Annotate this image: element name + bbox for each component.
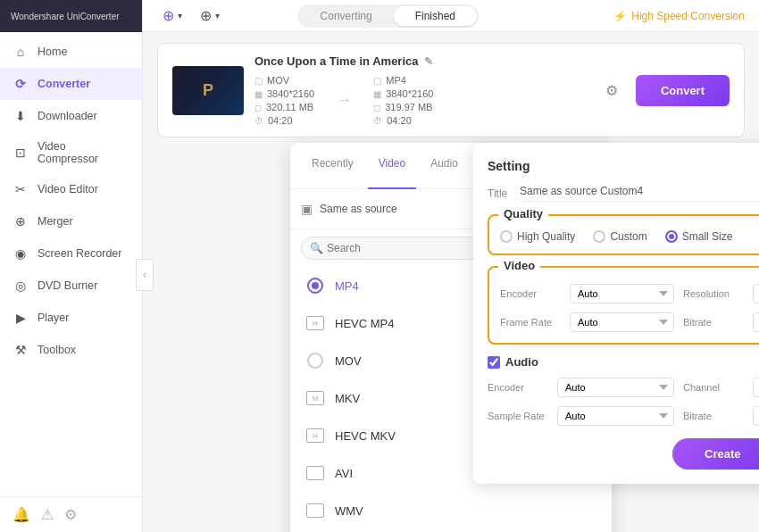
format-label-mp4: MP4: [335, 279, 359, 293]
edit-title-icon[interactable]: ✎: [424, 55, 433, 68]
app-title: Wondershare UniConverter: [11, 12, 120, 21]
video-section-label: Video: [498, 259, 540, 272]
audio-checkbox[interactable]: [488, 356, 500, 369]
audio-header: Audio: [488, 355, 759, 369]
encoder-select[interactable]: Auto: [570, 284, 674, 303]
format-label-avi: AVI: [335, 467, 353, 480]
thumb-logo: P: [203, 81, 213, 100]
target-size: 319.97 MB: [385, 102, 432, 112]
quality-custom-label: Custom: [610, 230, 646, 243]
radio-small: [665, 230, 678, 243]
bitrate-select[interactable]: 512 kbps: [753, 312, 759, 332]
compressor-icon: ⊡: [13, 145, 29, 161]
target-duration: 04:20: [387, 115, 412, 126]
size-icon-dst: ◻: [373, 103, 380, 112]
settings-bottom-icon[interactable]: ⚙: [64, 506, 77, 523]
format-tab-recently[interactable]: Recently: [301, 152, 364, 189]
encoder-label: Encoder: [500, 288, 563, 299]
audio-section-label: Audio: [505, 355, 538, 369]
audio-fields: Encoder Auto Channel Auto Sample Rate Au…: [488, 378, 759, 426]
radio-custom: [593, 230, 605, 243]
sidebar-label-editor: Video Editor: [38, 183, 98, 195]
audio-bitrate-select[interactable]: Auto: [753, 406, 759, 426]
format-icon-dst: ▢: [373, 76, 381, 86]
target-format: MP4: [386, 75, 406, 86]
audio-sample-rate-label: Sample Rate: [488, 411, 550, 421]
file-settings-icon[interactable]: ⚙: [605, 82, 618, 99]
monitor-icon: ▣: [301, 202, 313, 216]
toolbox-icon: ⚒: [13, 342, 29, 358]
quality-small-label: Small Size: [682, 230, 733, 243]
sidebar-item-screen-recorder[interactable]: ◉ Screen Recorder: [0, 237, 142, 270]
encoder-field: Encoder Auto: [500, 284, 674, 303]
file-meta: ▢ MOV ▦ 3840*2160 ◻ 320.11 MB ⏱: [254, 75, 595, 126]
sidebar-collapse-btn[interactable]: ‹: [136, 259, 154, 291]
add-more-button[interactable]: ⊕ ▾: [195, 4, 225, 28]
audio-channel-select[interactable]: Auto: [753, 378, 759, 397]
tab-converting[interactable]: Converting: [299, 6, 394, 26]
sidebar-item-downloader[interactable]: ⬇ Downloader: [0, 100, 142, 132]
sidebar-label-player: Player: [38, 312, 69, 324]
sidebar-item-dvd-burner[interactable]: ◎ DVD Burner: [0, 270, 142, 302]
home-icon: ⌂: [13, 44, 29, 60]
sidebar-item-home[interactable]: ⌂ Home: [0, 36, 142, 68]
mov-select-icon: [304, 350, 326, 371]
sidebar-item-merger[interactable]: ⊕ Merger: [0, 205, 142, 237]
sidebar-label-home: Home: [38, 46, 67, 58]
quality-small[interactable]: Small Size: [665, 230, 733, 243]
format-tab-audio[interactable]: Audio: [420, 152, 469, 189]
audio-encoder-select[interactable]: Auto: [557, 378, 674, 397]
format-item-wmv[interactable]: WMV: [290, 492, 612, 529]
audio-bitrate-field: Bitrate Auto: [683, 406, 759, 426]
audio-encoder-label: Encoder: [488, 382, 550, 393]
downloader-icon: ⬇: [13, 108, 29, 124]
alert-icon[interactable]: ⚠: [41, 506, 54, 523]
format-tab-video[interactable]: Video: [368, 152, 416, 189]
add-file-chevron: ▾: [178, 11, 182, 21]
wmv-select-icon: [304, 500, 326, 521]
quality-custom[interactable]: Custom: [593, 230, 646, 243]
search-icon: 🔍: [310, 242, 323, 254]
notification-icon[interactable]: 🔔: [13, 506, 30, 523]
resolution-select[interactable]: 480*320: [753, 284, 759, 303]
sidebar-item-video-compressor[interactable]: ⊡ Video Compressor: [0, 132, 142, 173]
quality-high[interactable]: High Quality: [500, 230, 575, 243]
format-label-mov: MOV: [335, 354, 362, 368]
sidebar-item-toolbox[interactable]: ⚒ Toolbox: [0, 334, 142, 366]
tab-finished[interactable]: Finished: [394, 6, 477, 26]
quality-options: High Quality Custom Small Size: [500, 227, 759, 243]
add-file-button[interactable]: ⊕ ▾: [157, 4, 188, 28]
quality-high-label: High Quality: [517, 230, 575, 243]
sidebar: Wondershare UniConverter ⌂ Home ⟳ Conver…: [0, 0, 143, 532]
convert-arrow-icon: →: [336, 91, 352, 110]
audio-sample-rate-field: Sample Rate Auto: [488, 406, 674, 426]
sidebar-item-video-editor[interactable]: ✂ Video Editor: [0, 173, 142, 205]
audio-sample-rate-select[interactable]: Auto: [557, 406, 674, 426]
frame-rate-label: Frame Rate: [500, 317, 563, 328]
convert-button[interactable]: Convert: [636, 75, 730, 106]
bitrate-label: Bitrate: [683, 317, 746, 328]
sidebar-label-converter: Converter: [38, 78, 90, 90]
target-meta: ▢ MP4 ▦ 3840*2160 ◻ 319.97 MB ⏱: [373, 75, 433, 126]
video-fields: Encoder Auto Resolution 480*320 Frame Ra…: [500, 278, 759, 332]
avi-select-icon: [304, 462, 326, 484]
create-button[interactable]: Create 4: [672, 438, 759, 470]
mp4-select-icon: [304, 275, 326, 296]
radio-high: [500, 230, 513, 243]
sidebar-label-downloader: Downloader: [38, 110, 97, 122]
add-file-icon: ⊕: [163, 7, 174, 24]
sidebar-label-toolbox: Toolbox: [38, 344, 76, 356]
player-icon: ▶: [13, 310, 29, 326]
audio-channel-label: Channel: [683, 382, 746, 393]
create-label: Create: [705, 447, 740, 461]
title-field-label: Title: [488, 187, 520, 200]
sidebar-item-converter[interactable]: ⟳ Converter: [0, 68, 142, 100]
hevc-mkv-select-icon: H: [304, 425, 326, 446]
quality-section: Quality 2 High Quality Custom Small Size: [488, 214, 759, 255]
mkv-select-icon: M: [304, 387, 326, 409]
resolution-icon-dst: ▦: [373, 89, 381, 99]
frame-rate-select[interactable]: Auto: [570, 312, 674, 332]
sidebar-item-player[interactable]: ▶ Player: [0, 302, 142, 334]
file-card: P Once Upon a Time in America ✎ ▢ MOV ▦: [157, 43, 745, 137]
video-section: Video 3 Encoder Auto Resolution 480*320 …: [488, 266, 759, 345]
